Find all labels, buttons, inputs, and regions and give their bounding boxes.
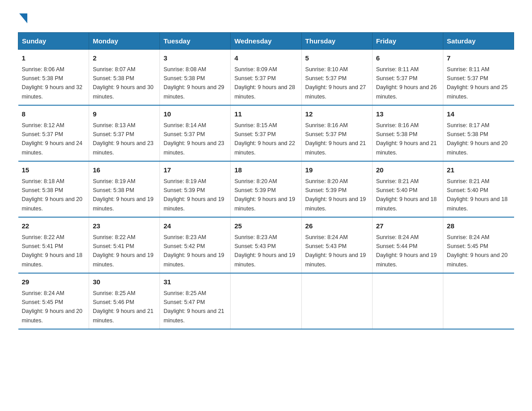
table-row: 2Sunrise: 8:07 AMSunset: 5:38 PMDaylight… [89, 50, 160, 106]
day-number: 25 [234, 221, 297, 231]
day-number: 31 [163, 277, 227, 287]
day-info: Sunrise: 8:18 AMSunset: 5:38 PMDaylight:… [22, 178, 83, 212]
day-info: Sunrise: 8:25 AMSunset: 5:46 PMDaylight:… [93, 290, 154, 324]
day-number: 24 [163, 221, 227, 231]
day-number: 27 [376, 221, 439, 231]
table-row: 28Sunrise: 8:24 AMSunset: 5:45 PMDayligh… [443, 217, 514, 273]
header-thursday: Thursday [301, 33, 372, 50]
day-info: Sunrise: 8:11 AMSunset: 5:37 PMDaylight:… [447, 66, 508, 100]
day-info: Sunrise: 8:21 AMSunset: 5:40 PMDaylight:… [447, 178, 508, 212]
header-tuesday: Tuesday [160, 33, 231, 50]
day-info: Sunrise: 8:22 AMSunset: 5:41 PMDaylight:… [93, 234, 154, 268]
table-row: 5Sunrise: 8:10 AMSunset: 5:37 PMDaylight… [301, 50, 372, 106]
day-number: 3 [163, 53, 227, 64]
calendar-week-row: 8Sunrise: 8:12 AMSunset: 5:37 PMDaylight… [18, 105, 514, 161]
day-info: Sunrise: 8:24 AMSunset: 5:45 PMDaylight:… [22, 290, 83, 324]
day-info: Sunrise: 8:09 AMSunset: 5:37 PMDaylight:… [234, 66, 295, 100]
logo-triangle-icon [19, 13, 27, 23]
day-info: Sunrise: 8:19 AMSunset: 5:38 PMDaylight:… [93, 178, 154, 212]
table-row: 4Sunrise: 8:09 AMSunset: 5:37 PMDaylight… [231, 50, 301, 106]
calendar-week-row: 29Sunrise: 8:24 AMSunset: 5:45 PMDayligh… [18, 273, 514, 329]
table-row: 27Sunrise: 8:24 AMSunset: 5:44 PMDayligh… [372, 217, 443, 273]
day-number: 28 [447, 221, 511, 231]
table-row: 17Sunrise: 8:19 AMSunset: 5:39 PMDayligh… [160, 161, 231, 217]
day-number: 23 [93, 221, 156, 231]
day-number: 5 [305, 53, 369, 64]
table-row [372, 273, 443, 329]
day-info: Sunrise: 8:20 AMSunset: 5:39 PMDaylight:… [234, 178, 295, 212]
day-info: Sunrise: 8:08 AMSunset: 5:38 PMDaylight:… [163, 66, 224, 100]
day-info: Sunrise: 8:16 AMSunset: 5:38 PMDaylight:… [376, 122, 437, 156]
day-number: 1 [22, 53, 86, 64]
day-number: 4 [234, 53, 297, 64]
table-row: 6Sunrise: 8:11 AMSunset: 5:37 PMDaylight… [372, 50, 443, 106]
day-number: 20 [376, 165, 439, 176]
day-info: Sunrise: 8:21 AMSunset: 5:40 PMDaylight:… [376, 178, 437, 212]
day-info: Sunrise: 8:24 AMSunset: 5:43 PMDaylight:… [305, 234, 366, 268]
day-number: 11 [234, 109, 297, 120]
day-info: Sunrise: 8:13 AMSunset: 5:37 PMDaylight:… [93, 122, 154, 156]
header-monday: Monday [89, 33, 160, 50]
header-saturday: Saturday [443, 33, 514, 50]
table-row: 16Sunrise: 8:19 AMSunset: 5:38 PMDayligh… [89, 161, 160, 217]
svg-marker-0 [19, 13, 27, 23]
day-number: 8 [22, 109, 86, 120]
day-info: Sunrise: 8:24 AMSunset: 5:44 PMDaylight:… [376, 234, 437, 268]
table-row [231, 273, 301, 329]
header-sunday: Sunday [18, 33, 89, 50]
table-row: 11Sunrise: 8:15 AMSunset: 5:37 PMDayligh… [231, 105, 301, 161]
day-number: 13 [376, 109, 439, 120]
table-row: 19Sunrise: 8:20 AMSunset: 5:39 PMDayligh… [301, 161, 372, 217]
table-row: 14Sunrise: 8:17 AMSunset: 5:38 PMDayligh… [443, 105, 514, 161]
day-number: 21 [447, 165, 511, 176]
day-number: 19 [305, 165, 369, 176]
table-row: 1Sunrise: 8:06 AMSunset: 5:38 PMDaylight… [18, 50, 89, 106]
day-number: 9 [93, 109, 156, 120]
calendar-week-row: 15Sunrise: 8:18 AMSunset: 5:38 PMDayligh… [18, 161, 514, 217]
table-row: 7Sunrise: 8:11 AMSunset: 5:37 PMDaylight… [443, 50, 514, 106]
table-row: 31Sunrise: 8:25 AMSunset: 5:47 PMDayligh… [160, 273, 231, 329]
day-number: 26 [305, 221, 369, 231]
day-number: 29 [22, 277, 86, 287]
table-row [301, 273, 372, 329]
day-info: Sunrise: 8:24 AMSunset: 5:45 PMDaylight:… [447, 234, 508, 268]
day-info: Sunrise: 8:23 AMSunset: 5:42 PMDaylight:… [163, 234, 224, 268]
day-info: Sunrise: 8:14 AMSunset: 5:37 PMDaylight:… [163, 122, 224, 156]
header-friday: Friday [372, 33, 443, 50]
table-row [443, 273, 514, 329]
header-wednesday: Wednesday [231, 33, 301, 50]
table-row: 25Sunrise: 8:23 AMSunset: 5:43 PMDayligh… [231, 217, 301, 273]
table-row: 22Sunrise: 8:22 AMSunset: 5:41 PMDayligh… [18, 217, 89, 273]
day-number: 30 [93, 277, 156, 287]
day-info: Sunrise: 8:15 AMSunset: 5:37 PMDaylight:… [234, 122, 295, 156]
table-row: 26Sunrise: 8:24 AMSunset: 5:43 PMDayligh… [301, 217, 372, 273]
logo [18, 13, 27, 23]
day-info: Sunrise: 8:25 AMSunset: 5:47 PMDaylight:… [163, 290, 224, 324]
table-row: 24Sunrise: 8:23 AMSunset: 5:42 PMDayligh… [160, 217, 231, 273]
table-row: 21Sunrise: 8:21 AMSunset: 5:40 PMDayligh… [443, 161, 514, 217]
table-row: 12Sunrise: 8:16 AMSunset: 5:37 PMDayligh… [301, 105, 372, 161]
table-row: 30Sunrise: 8:25 AMSunset: 5:46 PMDayligh… [89, 273, 160, 329]
table-row: 13Sunrise: 8:16 AMSunset: 5:38 PMDayligh… [372, 105, 443, 161]
table-row: 23Sunrise: 8:22 AMSunset: 5:41 PMDayligh… [89, 217, 160, 273]
table-row: 3Sunrise: 8:08 AMSunset: 5:38 PMDaylight… [160, 50, 231, 106]
table-row: 20Sunrise: 8:21 AMSunset: 5:40 PMDayligh… [372, 161, 443, 217]
day-info: Sunrise: 8:22 AMSunset: 5:41 PMDaylight:… [22, 234, 83, 268]
day-info: Sunrise: 8:19 AMSunset: 5:39 PMDaylight:… [163, 178, 224, 212]
day-number: 18 [234, 165, 297, 176]
calendar-header-row: Sunday Monday Tuesday Wednesday Thursday… [18, 33, 514, 50]
day-info: Sunrise: 8:10 AMSunset: 5:37 PMDaylight:… [305, 66, 366, 100]
day-number: 6 [376, 53, 439, 64]
day-info: Sunrise: 8:12 AMSunset: 5:37 PMDaylight:… [22, 122, 83, 156]
table-row: 15Sunrise: 8:18 AMSunset: 5:38 PMDayligh… [18, 161, 89, 217]
day-info: Sunrise: 8:06 AMSunset: 5:38 PMDaylight:… [22, 66, 83, 100]
day-number: 7 [447, 53, 511, 64]
table-row: 18Sunrise: 8:20 AMSunset: 5:39 PMDayligh… [231, 161, 301, 217]
day-number: 2 [93, 53, 156, 64]
table-row: 9Sunrise: 8:13 AMSunset: 5:37 PMDaylight… [89, 105, 160, 161]
day-info: Sunrise: 8:07 AMSunset: 5:38 PMDaylight:… [93, 66, 154, 100]
calendar-week-row: 22Sunrise: 8:22 AMSunset: 5:41 PMDayligh… [18, 217, 514, 273]
day-info: Sunrise: 8:16 AMSunset: 5:37 PMDaylight:… [305, 122, 366, 156]
calendar-week-row: 1Sunrise: 8:06 AMSunset: 5:38 PMDaylight… [18, 50, 514, 106]
day-number: 10 [163, 109, 227, 120]
